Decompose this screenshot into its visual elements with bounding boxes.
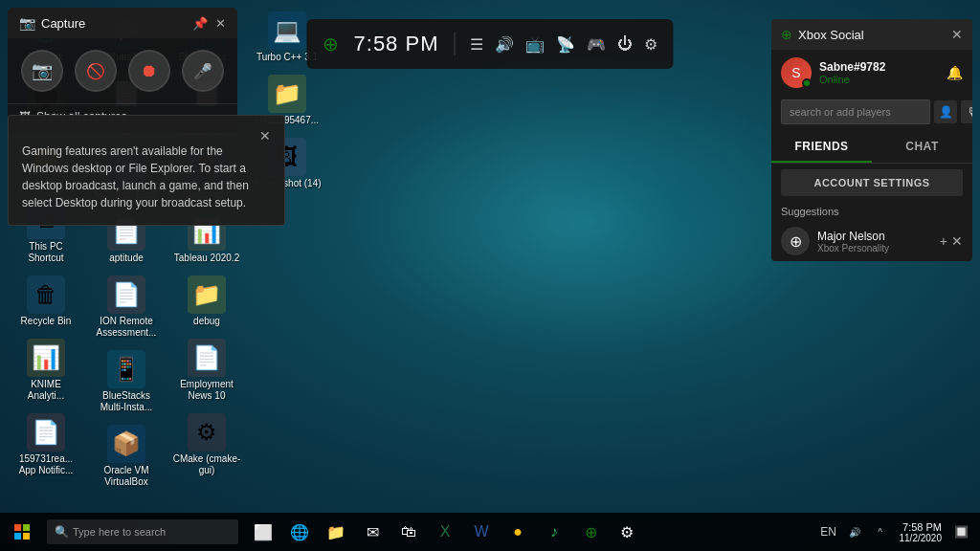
desktop-icon-knime[interactable]: 📊 KNIME Analyti... [8, 335, 84, 406]
gamebar-time: 7:58 PM [354, 32, 439, 56]
desktop-icon-recycle[interactable]: 🗑 Recycle Bin [8, 272, 84, 331]
icon-emoji-oracle: 📦 [112, 430, 141, 457]
svg-rect-3 [23, 533, 30, 540]
icon-label-aptitude: aptitude [109, 253, 144, 264]
taskbar-clock[interactable]: 7:58 PM 11/2/2020 [896, 521, 947, 543]
icon-label-employment: Employment News 10 [172, 379, 241, 402]
desktop-icon-debug[interactable]: 📁 debug [168, 272, 245, 331]
taskbar-time: 7:58 PM [900, 521, 943, 533]
xbox-social-title: Xbox Social [798, 28, 864, 42]
xbox-user-avatar: S [781, 57, 812, 88]
taskbar-excel-icon[interactable]: X [428, 513, 462, 551]
desktop-icon-bluestacks1[interactable]: 📱 BlueStacks Multi-Insta... [88, 346, 165, 417]
taskbar-settings-icon[interactable]: ⚙ [610, 513, 644, 551]
xbox-user-info: Sabne#9782 Online [819, 60, 939, 85]
taskbar-task-view-icon[interactable]: ⬜ [246, 513, 280, 551]
gamebar-power-icon[interactable]: ⏻ [617, 35, 633, 53]
xbox-suggestion-item: ⊕ Major Nelson Xbox Personality + ✕ [771, 221, 972, 261]
icon-label-cmake: CMake (cmake-gui) [172, 453, 241, 476]
xbox-tabs: FRIENDS CHAT [771, 132, 972, 164]
taskbar-lang-icon[interactable]: 🔊 [843, 520, 866, 543]
icon-emoji-debug: 📁 [192, 281, 221, 308]
mic-mute-button[interactable]: 🎤 [182, 50, 224, 92]
desktop-icon-pdf1[interactable]: 📄 159731rea... App Notific... [8, 409, 84, 480]
icon-label-bluestacks1: BlueStacks Multi-Insta... [92, 390, 161, 413]
taskbar-search-box[interactable]: 🔍 [47, 519, 238, 544]
xbox-add-friend-icon[interactable]: 👤 [934, 100, 957, 123]
taskbar-spotify-icon[interactable]: ♪ [537, 513, 571, 551]
icon-img-bluestacks1: 📱 [107, 350, 145, 388]
xbox-suggestion-avatar: ⊕ [781, 227, 810, 255]
taskbar-system-icons: EN 🔊 ^ [817, 520, 892, 543]
svg-rect-1 [23, 524, 30, 531]
taskbar-volume-icon[interactable]: ^ [869, 520, 892, 543]
screenshot-button[interactable]: 📷 [21, 50, 63, 92]
capture-close-icon[interactable]: ✕ [215, 16, 226, 31]
taskbar: 🔍 ⬜ 🌐 📁 ✉ 🛍 X W ● ♪ ⊕ ⚙ EN 🔊 ^ 7:58 PM 1… [0, 513, 980, 551]
capture-title: Capture [41, 16, 85, 31]
taskbar-mail-icon[interactable]: ✉ [355, 513, 390, 551]
taskbar-xbox-icon[interactable]: ⊕ [573, 513, 608, 551]
start-button[interactable] [0, 513, 43, 551]
xbox-logo-icon: ⊕ [781, 27, 792, 42]
capture-panel-header: 📷 Capture 📌 ✕ [8, 8, 237, 38]
icon-img-debug: 📁 [188, 276, 226, 314]
xbox-search-input[interactable] [781, 99, 930, 124]
gamebar-settings-icon[interactable]: ⚙ [644, 35, 657, 54]
icon-emoji-bluestacks1: 📱 [112, 356, 141, 383]
gamebar-cast-icon[interactable]: 📡 [556, 35, 575, 54]
icon-label-tableau: Tableau 2020.2 [174, 253, 239, 264]
xbox-tab-friends[interactable]: FRIENDS [771, 132, 872, 163]
icon-emoji-employment: 📄 [192, 344, 221, 371]
gamebar-divider [454, 33, 455, 55]
capture-pin-icon[interactable]: 📌 [192, 16, 208, 31]
xbox-search-action-icons: 👤 🎙 ✉ [934, 100, 972, 123]
svg-rect-0 [14, 524, 21, 531]
xbox-online-status-dot [802, 78, 812, 88]
icon-img-recycle: 🗑 [27, 276, 65, 314]
taskbar-notification-icon[interactable]: 🔲 [949, 520, 972, 543]
desktop-icon-ion1[interactable]: 📄 ION Remote Assessment... [88, 272, 165, 342]
mic-off-button[interactable]: 🚫 [75, 50, 117, 92]
taskbar-pinned-icons: ⬜ 🌐 📁 ✉ 🛍 X W ● ♪ ⊕ ⚙ [246, 513, 644, 551]
xbox-notifications-icon[interactable]: 🔔 [947, 65, 963, 80]
taskbar-word-icon[interactable]: W [464, 513, 499, 551]
xbox-gamebar-logo: ⊕ [323, 33, 339, 55]
taskbar-search-icon: 🔍 [55, 525, 69, 539]
xbox-suggestion-name: Major Nelson [817, 230, 932, 243]
xbox-dismiss-suggestion-icon[interactable]: ✕ [951, 233, 963, 249]
taskbar-network-icon[interactable]: EN [817, 520, 840, 543]
desktop-icon-employment[interactable]: 📄 Employment News 10 [168, 335, 245, 406]
taskbar-right-area: EN 🔊 ^ 7:58 PM 11/2/2020 🔲 [817, 520, 981, 543]
xbox-suggestion-actions: + ✕ [940, 233, 963, 249]
gamebar-volume-icon[interactable]: 🔊 [495, 35, 514, 54]
taskbar-store-icon[interactable]: 🛍 [391, 513, 426, 551]
xbox-account-settings-button[interactable]: ACCOUNT SETTINGS [781, 169, 963, 196]
taskbar-chrome-icon[interactable]: ● [501, 513, 535, 551]
record-button[interactable]: ⏺ [128, 50, 170, 92]
icon-emoji-dt: 📁 [273, 80, 301, 107]
icon-label-pdf1: 159731rea... App Notific... [11, 453, 80, 476]
capture-header-icons: 📌 ✕ [192, 16, 226, 31]
xbox-social-close-button[interactable]: ✕ [951, 27, 963, 42]
desktop-icon-oracle[interactable]: 📦 Oracle VM VirtualBox [88, 421, 165, 492]
taskbar-search-input[interactable] [73, 526, 226, 538]
icon-emoji-ion1: 📄 [112, 281, 141, 308]
taskbar-file-explorer-icon[interactable]: 📁 [319, 513, 353, 551]
windows-logo-icon [14, 524, 30, 540]
desktop-icon-cmake[interactable]: ⚙ CMake (cmake-gui) [168, 409, 245, 480]
taskbar-edge-icon[interactable]: 🌐 [282, 513, 317, 551]
xbox-tab-chat[interactable]: CHAT [872, 132, 972, 163]
icon-label-oracle: Oracle VM VirtualBox [92, 465, 161, 488]
gaming-features-warning-dialog: ✕ Gaming features aren't available for t… [8, 115, 285, 226]
xbox-add-suggestion-icon[interactable]: + [940, 233, 947, 249]
gamebar-menu-icon[interactable]: ☰ [470, 35, 483, 54]
xbox-social-panel: ⊕ Xbox Social ✕ S Sabne#9782 Online 🔔 👤 … [771, 19, 972, 261]
gamebar-controller-icon[interactable]: 🎮 [587, 35, 606, 54]
icon-label-knime: KNIME Analyti... [11, 379, 80, 402]
xbox-audio-icon[interactable]: 🎙 [961, 100, 972, 123]
svg-rect-2 [14, 533, 21, 540]
gamebar-screen-icon[interactable]: 📺 [525, 35, 545, 54]
icon-emoji-pdf1: 📄 [32, 419, 60, 446]
warning-close-button[interactable]: ✕ [259, 129, 271, 143]
